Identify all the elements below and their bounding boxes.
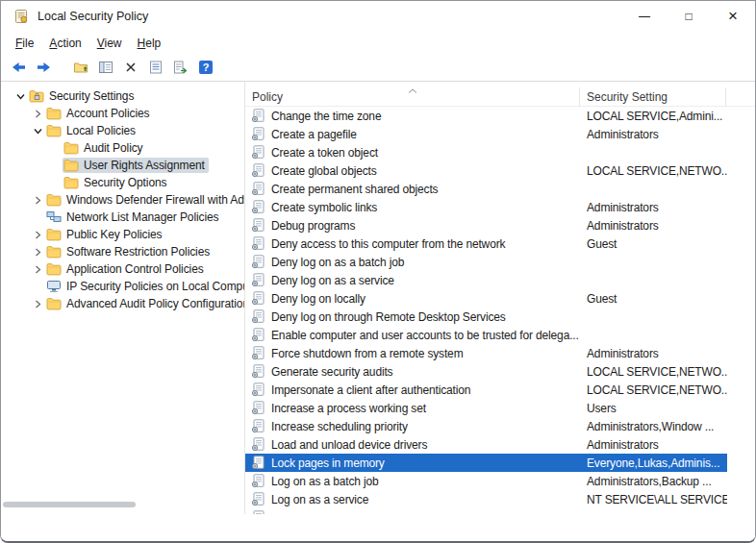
window-controls: — □ × <box>622 1 755 32</box>
policy-row-deny-log-on-through-remote-desktop-services[interactable]: Deny log on through Remote Desktop Servi… <box>245 308 727 326</box>
chevron-collapsed-icon[interactable] <box>30 110 45 118</box>
policy-row-deny-access-to-this-computer-from-the-network[interactable]: Deny access to this computer from the ne… <box>245 234 727 253</box>
minimize-button[interactable]: — <box>622 1 667 32</box>
delete-button[interactable] <box>119 57 141 79</box>
tree-item-account-policies[interactable]: Account Policies <box>9 105 244 122</box>
tree-item-local-policies[interactable]: Local Policies <box>9 122 244 139</box>
policy-name: Lock pages in memory <box>271 457 580 470</box>
menu-action[interactable]: Action <box>41 34 88 53</box>
chevron-collapsed-icon[interactable] <box>30 265 45 274</box>
tree-item-ip-security-policies-on-local-compute[interactable]: IP Security Policies on Local Compute <box>9 278 244 295</box>
policy-name: Create symbolic links <box>271 201 580 214</box>
policy-document-icon <box>251 401 265 415</box>
policy-row-create-a-token-object[interactable]: Create a token object <box>245 143 727 161</box>
menu-view[interactable]: View <box>89 34 130 53</box>
tree-item-audit-policy[interactable]: Audit Policy <box>9 139 244 157</box>
tree-item-advanced-audit-policy-configuration[interactable]: Advanced Audit Policy Configuration <box>9 295 244 312</box>
policy-rows: Change the time zoneLOCAL SERVICE,Admini… <box>245 107 755 514</box>
export-list-button[interactable] <box>169 57 191 79</box>
policy-row-change-the-time-zone[interactable]: Change the time zoneLOCAL SERVICE,Admini… <box>245 107 727 125</box>
tree-item-security-settings[interactable]: Security Settings <box>9 87 244 105</box>
policy-row-partial[interactable] <box>245 508 727 514</box>
policy-row-impersonate-a-client-after-authentication[interactable]: Impersonate a client after authenticatio… <box>245 381 727 399</box>
folder-icon <box>46 124 62 137</box>
tree-item-software-restriction-policies[interactable]: Software Restriction Policies <box>9 243 244 260</box>
chevron-collapsed-icon[interactable] <box>30 196 45 205</box>
security-setting: Administrators <box>580 128 727 141</box>
policy-row-create-global-objects[interactable]: Create global objectsLOCAL SERVICE,NETWO… <box>245 161 727 180</box>
folder-icon <box>46 228 62 241</box>
tree-item-security-options[interactable]: Security Options <box>9 174 244 191</box>
close-button[interactable]: × <box>711 1 755 32</box>
policy-row-log-on-as-a-batch-job[interactable]: Log on as a batch jobAdministrators,Back… <box>245 472 727 490</box>
chevron-expanded-icon[interactable] <box>13 92 28 101</box>
tree-horizontal-scrollbar[interactable] <box>3 502 238 509</box>
policy-name: Increase scheduling priority <box>271 420 580 433</box>
policy-row-enable-computer-and-user-accounts-to-be-trusted-for-delega[interactable]: Enable computer and user accounts to be … <box>245 326 727 344</box>
policy-row-debug-programs[interactable]: Debug programsAdministrators <box>245 216 727 234</box>
console-tree-pane: Security SettingsAccount PoliciesLocal P… <box>1 82 244 514</box>
tree-scrollbar-thumb[interactable] <box>3 502 136 507</box>
security-setting: LOCAL SERVICE,Admini... <box>580 110 727 123</box>
policy-name: Deny log on through Remote Desktop Servi… <box>271 310 580 324</box>
policy-document-icon <box>251 255 265 269</box>
policy-row-create-permanent-shared-objects[interactable]: Create permanent shared objects <box>245 180 727 198</box>
policy-row-log-on-as-a-service[interactable]: Log on as a serviceNT SERVICE\ALL SERVIC… <box>245 490 727 508</box>
policy-row-load-and-unload-device-drivers[interactable]: Load and unload device driversAdministra… <box>245 435 727 454</box>
show-hide-console-tree-button[interactable] <box>94 57 116 79</box>
properties-button[interactable] <box>144 57 166 79</box>
policy-document-icon <box>251 127 265 141</box>
policy-name: Create a token object <box>271 146 580 160</box>
policy-document-icon <box>251 182 265 196</box>
titlebar[interactable]: Local Security Policy — □ × <box>1 1 755 32</box>
policy-document-icon <box>251 163 265 178</box>
chevron-collapsed-icon[interactable] <box>30 231 45 239</box>
menu-file[interactable]: File <box>8 34 41 53</box>
chevron-collapsed-icon[interactable] <box>30 300 45 309</box>
policy-row-create-a-pagefile[interactable]: Create a pagefileAdministrators <box>245 125 727 143</box>
policy-row-force-shutdown-from-a-remote-system[interactable]: Force shutdown from a remote systemAdmin… <box>245 344 727 362</box>
policy-name: Change the time zone <box>271 110 580 123</box>
policy-row-increase-scheduling-priority[interactable]: Increase scheduling priorityAdministrato… <box>245 417 727 435</box>
column-header-security-setting[interactable]: Security Setting <box>580 87 726 107</box>
back-button[interactable] <box>8 57 30 79</box>
tree-item-label: Application Control Policies <box>66 262 204 276</box>
policy-name: Create permanent shared objects <box>271 183 580 196</box>
tree-item-label: IP Security Policies on Local Compute <box>66 280 244 293</box>
chevron-collapsed-icon[interactable] <box>30 248 45 257</box>
policy-row-deny-log-on-as-a-batch-job[interactable]: Deny log on as a batch job <box>245 253 727 271</box>
up-one-level-button[interactable] <box>69 57 91 79</box>
menu-help[interactable]: Help <box>130 34 169 53</box>
maximize-button[interactable]: □ <box>667 1 711 32</box>
policy-document-icon <box>251 474 265 488</box>
policy-name: Increase a process working set <box>271 402 580 415</box>
security-setting: Everyone,Lukas,Adminis... <box>580 457 727 470</box>
security-setting: NT SERVICE\ALL SERVICES <box>580 493 727 506</box>
sort-ascending-icon <box>408 88 417 93</box>
policy-row-generate-security-audits[interactable]: Generate security auditsLOCAL SERVICE,NE… <box>245 362 727 381</box>
policy-document-icon <box>251 328 265 342</box>
policy-document-icon <box>251 145 265 160</box>
tree-item-label: Public Key Policies <box>66 228 162 241</box>
policy-row-lock-pages-in-memory[interactable]: Lock pages in memoryEveryone,Lukas,Admin… <box>245 454 727 472</box>
tree-item-application-control-policies[interactable]: Application Control Policies <box>9 260 244 278</box>
policy-row-increase-a-process-working-set[interactable]: Increase a process working setUsers <box>245 399 727 417</box>
forward-button[interactable] <box>33 57 55 79</box>
policy-row-deny-log-on-as-a-service[interactable]: Deny log on as a service <box>245 271 727 289</box>
chevron-expanded-icon[interactable] <box>30 127 45 136</box>
column-header-empty <box>726 87 755 107</box>
tree-item-user-rights-assignment[interactable]: User Rights Assignment <box>9 157 244 174</box>
security-setting: Guest <box>580 237 727 251</box>
tree-item-network-list-manager-policies[interactable]: Network List Manager Policies <box>9 209 244 226</box>
column-header-policy[interactable]: Policy <box>245 87 580 107</box>
policy-document-icon <box>251 492 265 506</box>
policy-row-create-symbolic-links[interactable]: Create symbolic linksAdministrators <box>245 198 727 216</box>
menubar: FileActionViewHelp <box>1 32 755 54</box>
help-button[interactable]: ? <box>194 57 216 79</box>
console-tree: Security SettingsAccount PoliciesLocal P… <box>9 87 244 312</box>
policy-row-deny-log-on-locally[interactable]: Deny log on locallyGuest <box>245 289 727 308</box>
tree-item-public-key-policies[interactable]: Public Key Policies <box>9 226 244 243</box>
tree-item-windows-defender-firewall-with-adva[interactable]: Windows Defender Firewall with Adva <box>9 191 244 209</box>
column-label-policy: Policy <box>252 90 283 104</box>
policy-document-icon <box>251 456 265 470</box>
